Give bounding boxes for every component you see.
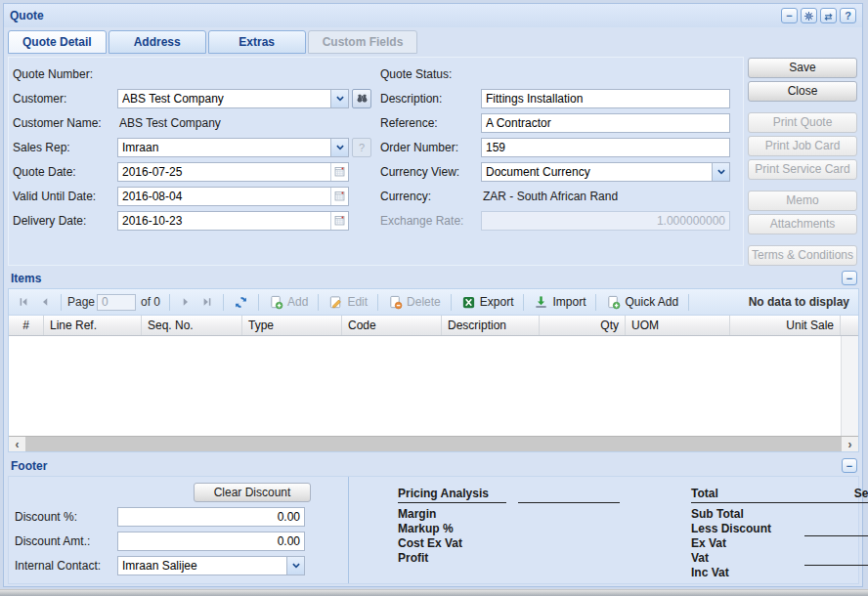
page-first-button[interactable] <box>14 294 33 310</box>
footer-title: Footer <box>11 459 47 473</box>
page-prev-button[interactable] <box>35 294 55 310</box>
import-arrow-icon <box>534 295 548 310</box>
scroll-right-button[interactable]: › <box>842 437 858 451</box>
refresh-icon <box>823 11 834 21</box>
page-last-button[interactable] <box>197 294 217 310</box>
currency-view-dropdown-button[interactable] <box>712 163 729 181</box>
description-field[interactable] <box>481 89 730 108</box>
column-header-line-ref[interactable]: Line Ref. <box>44 316 142 335</box>
internal-contact-combobox[interactable] <box>117 556 305 575</box>
export-button[interactable]: Export <box>457 293 518 312</box>
page-last-icon <box>201 296 213 308</box>
sales-rep-help-button: ? <box>352 138 371 157</box>
delivery-date-calendar-button[interactable] <box>330 212 348 230</box>
customer-combobox[interactable] <box>117 89 349 108</box>
refresh-grid-button[interactable] <box>230 293 252 312</box>
settings-gear-button[interactable] <box>801 8 817 23</box>
window-controls: − ? <box>781 8 856 23</box>
items-grid-body[interactable] <box>9 336 858 436</box>
scrollbar-track[interactable] <box>25 437 842 451</box>
description-input[interactable] <box>482 90 729 107</box>
totals-row-ex-vat: Ex Vat <box>691 536 726 551</box>
reference-field[interactable] <box>481 113 730 133</box>
order-number-input[interactable] <box>482 139 729 156</box>
column-header-type[interactable]: Type <box>242 316 342 335</box>
currency-view-input[interactable] <box>482 163 712 181</box>
customer-search-button[interactable] <box>352 89 371 108</box>
footer-collapse-button[interactable]: − <box>842 458 857 473</box>
sales-rep-input[interactable] <box>118 139 330 156</box>
clear-discount-button[interactable]: Clear Discount <box>194 483 311 502</box>
vertical-scrollbar[interactable] <box>841 336 858 436</box>
internal-contact-dropdown-button[interactable] <box>286 557 304 575</box>
minimize-button[interactable]: − <box>781 8 798 23</box>
quote-date-calendar-button[interactable] <box>330 163 348 181</box>
save-button[interactable]: Save <box>748 58 857 78</box>
items-collapse-button[interactable]: − <box>842 271 857 285</box>
scroll-left-button[interactable]: ‹ <box>9 437 25 451</box>
order-number-field[interactable] <box>481 138 730 157</box>
form-left-column: Quote Number: Customer: Customer Name: A… <box>13 62 380 263</box>
discount-amt-input[interactable] <box>118 532 304 550</box>
internal-contact-input[interactable] <box>118 557 286 575</box>
items-toolbar: Page of 0 Add Edit Delete Export Import … <box>9 289 858 316</box>
customer-input[interactable] <box>118 90 330 107</box>
discount-pct-label: Discount %: <box>15 510 117 524</box>
attachments-button: Attachments <box>748 214 857 234</box>
column-header-uom[interactable]: UOM <box>626 316 730 335</box>
delivery-date-field[interactable] <box>117 211 349 231</box>
currency-view-combobox[interactable] <box>481 162 730 182</box>
customer-dropdown-button[interactable] <box>330 90 348 107</box>
column-header-unit-sale[interactable]: Unit Sale <box>730 316 841 335</box>
exchange-rate-input <box>482 212 729 230</box>
page-number-input[interactable] <box>97 294 136 311</box>
sales-rep-combobox[interactable] <box>117 138 349 157</box>
inc-vat-value <box>804 566 868 580</box>
discount-amt-field[interactable] <box>117 532 305 551</box>
close-button[interactable]: Close <box>748 81 857 102</box>
currency-label: Currency: <box>380 190 481 203</box>
tab-extras[interactable]: Extras <box>208 30 306 54</box>
horizontal-scrollbar[interactable]: ‹ › <box>9 436 858 451</box>
tab-address[interactable]: Address <box>108 30 206 54</box>
delivery-date-input[interactable] <box>118 212 330 230</box>
page-next-icon <box>180 296 192 308</box>
edit-button: Edit <box>325 293 371 312</box>
page-prev-icon <box>39 296 51 308</box>
calendar-icon <box>333 165 346 178</box>
column-header-seq-no[interactable]: Seq. No. <box>142 316 242 335</box>
valid-until-calendar-button[interactable] <box>330 188 348 205</box>
quote-date-input[interactable] <box>118 163 330 181</box>
import-button[interactable]: Import <box>530 293 589 312</box>
discount-amt-label: Discount Amt.: <box>15 534 117 548</box>
discount-pct-input[interactable] <box>118 508 304 526</box>
tab-custom-fields: Custom Fields <box>308 30 418 54</box>
column-header-description[interactable]: Description <box>442 316 540 335</box>
tab-quote-detail[interactable]: Quote Detail <box>8 30 107 54</box>
quote-detail-panel: Quote Number: Customer: Customer Name: A… <box>4 54 862 268</box>
refresh-window-button[interactable] <box>820 8 837 23</box>
discount-pct-field[interactable] <box>117 507 305 527</box>
pricing-row-markup: Markup % <box>398 522 691 536</box>
customer-name-value: ABS Test Company <box>117 116 221 130</box>
sales-rep-dropdown-button[interactable] <box>330 139 348 156</box>
order-number-label: Order Number: <box>380 141 481 154</box>
quick-add-button[interactable]: Quick Add <box>602 293 682 312</box>
print-job-card-button: Print Job Card <box>748 136 857 156</box>
valid-until-date-input[interactable] <box>118 188 330 205</box>
less-discount-value <box>804 522 868 536</box>
memo-button: Memo <box>748 191 857 211</box>
currency-view-label: Currency View: <box>380 165 481 179</box>
column-header-qty[interactable]: Qty <box>540 316 626 335</box>
help-button[interactable]: ? <box>840 8 856 23</box>
column-header-index[interactable]: # <box>9 316 44 335</box>
toolbar-separator <box>61 294 62 311</box>
column-header-code[interactable]: Code <box>342 316 442 335</box>
pricing-analysis-block: Pricing Analysis Margin Markup % Cost Ex… <box>398 487 691 583</box>
quote-date-field[interactable] <box>117 162 349 182</box>
items-grid-panel: Page of 0 Add Edit Delete Export Import … <box>8 288 859 452</box>
valid-until-date-field[interactable] <box>117 187 349 206</box>
items-section-header: Items − <box>4 268 862 288</box>
reference-input[interactable] <box>482 114 729 132</box>
page-next-button[interactable] <box>176 294 195 310</box>
